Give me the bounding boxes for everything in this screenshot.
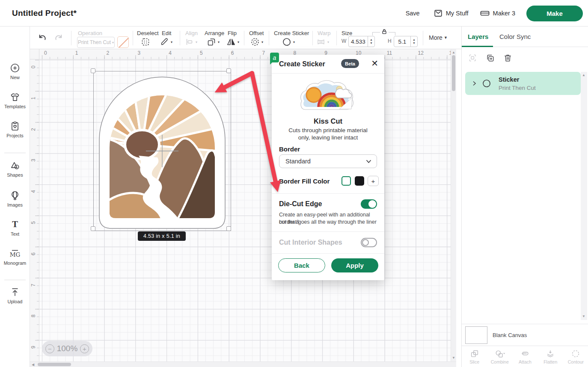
annotation-badge: a xyxy=(270,53,279,62)
size-lock-button[interactable] xyxy=(380,28,389,35)
combine-button[interactable]: Combine xyxy=(487,346,512,367)
sidebar-item-text[interactable]: T Text xyxy=(0,219,30,237)
close-icon[interactable]: ✕ xyxy=(371,59,378,68)
blank-canvas-swatch[interactable] xyxy=(465,326,487,344)
sidebar-label: Upload xyxy=(8,299,23,304)
contour-button[interactable]: Contour xyxy=(563,346,588,367)
horizontal-scrollbar[interactable]: ◀ xyxy=(30,361,456,367)
toolbar-divider xyxy=(180,31,180,45)
sidebar-item-projects[interactable]: Projects xyxy=(0,121,30,138)
ruler-number: 11 xyxy=(387,50,392,56)
chevron-down-icon: ▾ xyxy=(218,40,220,44)
border-select[interactable]: Standard xyxy=(279,154,377,168)
ruler-number: 2 xyxy=(30,125,36,131)
border-fill-black-swatch[interactable] xyxy=(355,176,364,186)
panel-scrollbar[interactable]: ▲ ▼ xyxy=(581,72,587,320)
edit-label: Edit xyxy=(162,30,171,36)
flip-button[interactable]: ▾ xyxy=(226,37,239,47)
back-button[interactable]: Back xyxy=(278,258,325,272)
operation-select[interactable]: Print Then Cut▾ xyxy=(77,37,115,48)
chevron-right-icon[interactable] xyxy=(471,80,477,86)
resize-handle-top-right[interactable] xyxy=(226,68,231,73)
ruler-number: 8 xyxy=(30,311,36,317)
die-cut-edge-toggle[interactable] xyxy=(361,199,377,209)
edit-button[interactable]: ▾ xyxy=(159,37,172,47)
scroll-up-icon[interactable]: ▲ xyxy=(582,74,585,77)
offset-button[interactable]: ▾ xyxy=(250,37,263,47)
tab-color-sync[interactable]: Color Sync xyxy=(499,33,531,40)
undo-button[interactable] xyxy=(37,33,48,44)
ruler-number: 6 xyxy=(231,50,234,56)
apply-button[interactable]: Apply xyxy=(331,258,378,272)
zoom-out-button[interactable]: − xyxy=(45,344,54,353)
sidebar-item-shapes[interactable]: Shapes xyxy=(0,160,30,178)
my-stuff-label: My Stuff xyxy=(446,10,469,17)
redo-button[interactable] xyxy=(53,33,64,44)
cut-interior-shapes-toggle[interactable] xyxy=(361,238,377,247)
sidebar-item-images[interactable]: Images xyxy=(0,190,30,207)
flatten-button[interactable]: Flatten xyxy=(538,346,563,367)
sidebar-item-new[interactable]: New xyxy=(0,62,30,80)
vertical-scroll-thumb[interactable] xyxy=(452,55,455,91)
height-input[interactable]: 5.1 ▲▼ xyxy=(394,36,418,47)
select-all-button[interactable] xyxy=(468,53,478,63)
stepper-up-icon: ▲ xyxy=(370,38,373,41)
align-button[interactable]: ▾ xyxy=(185,37,197,47)
make-button[interactable]: Make xyxy=(526,6,583,21)
height-value: 5.1 xyxy=(394,36,410,47)
my-stuff-button[interactable]: My Stuff xyxy=(434,9,469,18)
stepper-up-icon: ▲ xyxy=(413,38,416,41)
dialog-divider xyxy=(272,73,384,74)
operation-color-swatch[interactable] xyxy=(117,36,129,48)
machine-select[interactable]: Maker 3 xyxy=(480,9,515,18)
machine-label: Maker 3 xyxy=(493,10,515,17)
sidebar-item-templates[interactable]: Templates xyxy=(0,92,30,109)
warp-button[interactable]: ▾ xyxy=(316,37,329,47)
resize-handle-top-left[interactable] xyxy=(91,68,95,73)
vertical-scrollbar[interactable]: ▲ ▼ xyxy=(451,49,456,361)
horizontal-scroll-thumb[interactable] xyxy=(38,363,71,366)
scroll-left-icon[interactable]: ◀ xyxy=(32,363,34,367)
add-color-button[interactable]: + xyxy=(368,176,379,186)
width-input[interactable]: 4.533 ▲▼ xyxy=(348,36,375,47)
toolbar-divider xyxy=(269,31,269,45)
border-fill-white-swatch[interactable] xyxy=(342,176,351,186)
width-stepper[interactable]: ▲▼ xyxy=(368,36,374,47)
save-button[interactable]: Save xyxy=(403,9,422,17)
blank-canvas-row[interactable]: Blank Canvas xyxy=(462,324,588,346)
ruler-number: 4 xyxy=(169,50,172,56)
zoom-level: 100% xyxy=(57,344,78,353)
ruler-number: 1 xyxy=(30,94,36,100)
selection-box[interactable] xyxy=(93,71,231,231)
more-button[interactable]: More▼ xyxy=(429,34,448,41)
resize-handle-bottom-left[interactable] xyxy=(91,226,95,231)
kiss-cut-description-line1: Cuts through printable material xyxy=(272,127,384,134)
create-sticker-button[interactable]: ▾ xyxy=(282,37,295,47)
height-stepper[interactable]: ▲▼ xyxy=(410,36,417,47)
tab-layers[interactable]: Layers xyxy=(468,33,488,40)
select-all-icon xyxy=(468,53,478,63)
width-value: 4.533 xyxy=(349,36,368,47)
left-sidebar: New Templates Projects Shapes Images T T… xyxy=(0,27,30,367)
sidebar-item-monogram[interactable]: MG Monogram xyxy=(0,248,30,266)
layer-row-sticker[interactable]: Sticker Print Then Cut xyxy=(465,72,581,95)
chevron-down-icon: ▼ xyxy=(444,36,448,40)
attach-button[interactable]: Attach xyxy=(512,346,538,367)
scroll-down-icon[interactable]: ▼ xyxy=(582,315,585,318)
sidebar-label: Shapes xyxy=(7,172,23,178)
ruler-corner xyxy=(30,49,39,59)
resize-handle-bottom-right[interactable] xyxy=(226,226,231,231)
ruler-number: 5 xyxy=(200,50,203,56)
deselect-button[interactable] xyxy=(140,37,151,47)
duplicate-button[interactable] xyxy=(485,53,495,63)
slice-button[interactable]: Slice xyxy=(462,346,487,367)
zoom-in-button[interactable]: + xyxy=(80,344,89,353)
delete-layer-button[interactable] xyxy=(503,53,513,63)
scroll-up-icon[interactable]: ▲ xyxy=(452,51,455,54)
project-title[interactable]: Untitled Project* xyxy=(12,9,77,18)
arrange-button[interactable]: ▾ xyxy=(206,37,220,47)
sidebar-item-upload[interactable]: Upload xyxy=(0,287,30,304)
layer-operation: Print Then Cut xyxy=(499,85,536,91)
top-bar: Untitled Project* Save My Stuff Maker 3 … xyxy=(0,0,588,27)
scroll-down-icon[interactable]: ▼ xyxy=(452,356,455,360)
